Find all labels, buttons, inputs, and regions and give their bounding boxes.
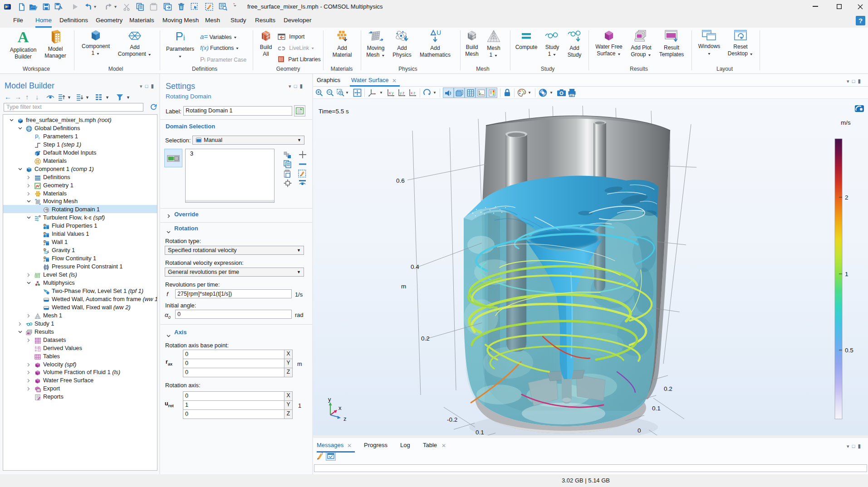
svg-text:x: x	[411, 91, 413, 95]
svg-text:D: D	[44, 223, 46, 227]
svg-text:0.5: 0.5	[845, 347, 853, 354]
svg-text:1: 1	[845, 271, 848, 278]
svg-text:-0.2: -0.2	[447, 416, 457, 423]
svg-text:0.1: 0.1	[652, 405, 661, 412]
svg-text:123: 123	[37, 389, 41, 392]
svg-text:Time=5.5 s: Time=5.5 s	[319, 108, 349, 115]
svg-text:m: m	[401, 283, 406, 290]
svg-text:e-12: e-12	[35, 349, 41, 352]
svg-text:∂: ∂	[44, 243, 45, 246]
svg-text:P: P	[35, 134, 39, 140]
svg-text:0.2: 0.2	[664, 385, 672, 392]
svg-text:y: y	[400, 91, 402, 95]
svg-text:A: A	[36, 184, 39, 189]
svg-text:z: z	[413, 91, 416, 95]
svg-text:0.4: 0.4	[411, 263, 419, 270]
svg-text:0.2: 0.2	[421, 335, 430, 342]
svg-text:m/s: m/s	[841, 119, 851, 126]
svg-text:z: z	[343, 415, 347, 422]
svg-text:x: x	[389, 91, 391, 95]
svg-text:0.6: 0.6	[396, 177, 405, 184]
svg-text:U: U	[436, 29, 441, 36]
svg-text:z: z	[402, 91, 405, 95]
svg-text:y: y	[392, 91, 394, 95]
svg-text:i: i	[39, 136, 39, 140]
svg-text:∂: ∂	[44, 259, 45, 262]
svg-text:2: 2	[845, 194, 848, 201]
svg-text:D: D	[44, 231, 46, 235]
svg-text:0: 0	[638, 427, 641, 434]
svg-text:x: x	[338, 404, 342, 411]
svg-text:0.1: 0.1	[476, 429, 484, 435]
svg-text:y: y	[328, 396, 331, 403]
